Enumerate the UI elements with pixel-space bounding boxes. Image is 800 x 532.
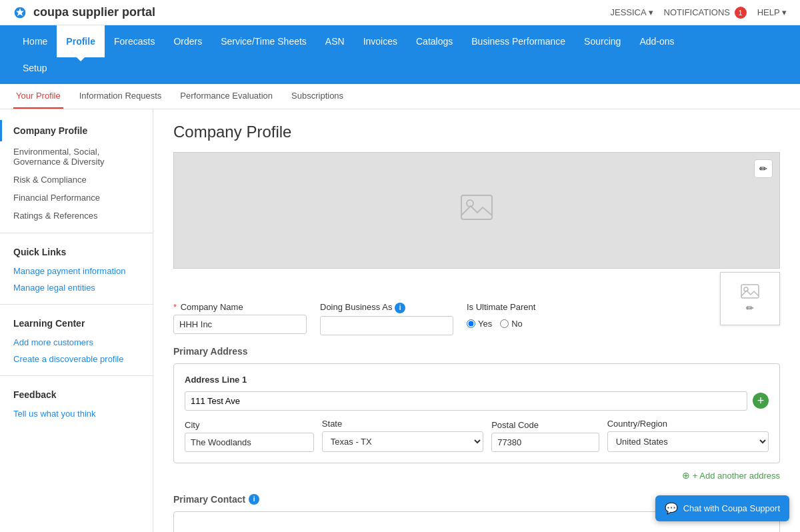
banner-container: ✏ ✏ (173, 152, 780, 269)
main-layout: Company Profile Environmental, Social, G… (0, 109, 800, 532)
banner-edit-button[interactable]: ✏ (754, 159, 773, 178)
nav-setup[interactable]: Setup (13, 57, 787, 79)
sidebar-item-company-profile[interactable]: Company Profile (2, 120, 101, 141)
nav-bar: Home Profile Forecasts Orders Service/Ti… (0, 25, 800, 57)
tab-performance-evaluation[interactable]: Performance Evaluation (177, 84, 275, 109)
company-name-input[interactable] (173, 315, 307, 334)
primary-address-section: Primary Address Address Line 1 + City St… (173, 346, 780, 481)
state-group: State Texas - TX Alabama - AL Alaska - A… (322, 419, 483, 452)
sidebar-item-financial-performance[interactable]: Financial Performance (0, 189, 153, 207)
chat-icon: 💬 (665, 502, 678, 515)
notification-badge: 1 (735, 7, 747, 19)
learning-center-title: Learning Center (0, 313, 153, 334)
user-menu[interactable]: JESSICA ▾ (610, 7, 653, 17)
nav-sourcing[interactable]: Sourcing (575, 25, 630, 57)
country-select[interactable]: United States Canada Mexico United Kingd… (607, 431, 769, 452)
sidebar-link-feedback[interactable]: Tell us what you think (0, 405, 153, 422)
top-bar: coupa supplier portal JESSICA ▾ NOTIFICA… (0, 0, 800, 25)
address-line1-title: Address Line 1 (185, 375, 769, 385)
company-logo-placeholder: ✏ (720, 272, 780, 325)
sidebar-divider-3 (0, 375, 153, 376)
sidebar-link-add-customers[interactable]: Add more customers (0, 334, 153, 351)
sidebar-link-manage-legal[interactable]: Manage legal entities (0, 279, 153, 296)
company-info-row: * Company Name Doing Business As i Is Ul… (173, 302, 780, 335)
doing-business-info-icon[interactable]: i (395, 303, 405, 313)
sidebar-divider-1 (0, 233, 153, 233)
coupa-logo-icon (13, 6, 27, 19)
feedback-title: Feedback (0, 384, 153, 405)
user-chevron-icon: ▾ (649, 7, 653, 17)
page-title: Company Profile (173, 123, 780, 141)
add-address-row: ⊕ + Add another address (173, 470, 780, 481)
ultimate-parent-radio-group: Yes No (467, 319, 535, 329)
company-name-label: * Company Name (173, 302, 307, 312)
ultimate-parent-label: Is Ultimate Parent (467, 302, 535, 312)
primary-address-title: Primary Address (173, 346, 780, 357)
nav-add-ons[interactable]: Add-ons (630, 25, 683, 57)
logo-area: coupa supplier portal (13, 5, 155, 19)
quick-links-title: Quick Links (0, 241, 153, 263)
state-select[interactable]: Texas - TX Alabama - AL Alaska - AK Cali… (322, 431, 483, 452)
sidebar-item-risk-compliance[interactable]: Risk & Compliance (0, 171, 153, 189)
logo-placeholder-icon (741, 284, 759, 303)
svg-rect-4 (741, 285, 759, 298)
nav-catalogs[interactable]: Catalogs (407, 25, 462, 57)
pencil-icon: ✏ (759, 163, 767, 174)
ultimate-parent-yes-label: Yes (467, 319, 492, 329)
tab-information-requests[interactable]: Information Requests (77, 84, 165, 109)
nav-asn[interactable]: ASN (316, 25, 354, 57)
address-line1-input[interactable] (185, 391, 747, 411)
main-content: Company Profile ✏ (153, 109, 800, 532)
help-chevron-icon: ▾ (782, 7, 787, 17)
nav-service-time-sheets[interactable]: Service/Time Sheets (211, 25, 316, 57)
add-another-address-link[interactable]: ⊕ + Add another address (682, 471, 780, 481)
primary-contact-info-icon[interactable]: i (249, 494, 259, 505)
notifications-link[interactable]: NOTIFICATIONS 1 (664, 7, 747, 19)
ultimate-parent-group: Is Ultimate Parent Yes No (467, 302, 535, 329)
nav-profile[interactable]: Profile (57, 25, 105, 57)
sidebar-link-discoverable-profile[interactable]: Create a discoverable profile (0, 351, 153, 367)
doing-business-as-label: Doing Business As i (320, 302, 453, 313)
logo-edit-button[interactable]: ✏ (746, 303, 754, 313)
nav-business-performance[interactable]: Business Performance (462, 25, 575, 57)
profile-tabs: Your Profile Information Requests Perfor… (0, 84, 800, 109)
ultimate-parent-yes-radio[interactable] (467, 319, 475, 328)
city-group: City (185, 420, 314, 452)
tab-your-profile[interactable]: Your Profile (13, 84, 63, 109)
nav-home[interactable]: Home (13, 25, 57, 57)
company-name-group: * Company Name (173, 302, 307, 334)
postal-code-label: Postal Code (491, 420, 599, 430)
help-menu[interactable]: HELP ▾ (757, 7, 787, 17)
nav-orders[interactable]: Orders (164, 25, 211, 57)
postal-code-input[interactable] (491, 433, 599, 452)
add-address-line-button[interactable]: + (753, 393, 769, 409)
svg-point-3 (467, 200, 473, 207)
sidebar-item-ratings-references[interactable]: Ratings & References (0, 207, 153, 225)
required-star: * (173, 302, 177, 312)
chat-widget[interactable]: 💬 Chat with Coupa Support (655, 495, 789, 521)
country-label: Country/Region (607, 419, 769, 429)
plus-circle-icon: ⊕ (682, 470, 690, 481)
address-box: Address Line 1 + City State Texas - TX A… (173, 363, 780, 463)
sidebar-link-manage-payment[interactable]: Manage payment information (0, 263, 153, 279)
top-right-nav: JESSICA ▾ NOTIFICATIONS 1 HELP ▾ (610, 7, 787, 19)
doing-business-as-input[interactable] (320, 316, 453, 335)
sidebar-active-item: Company Profile (0, 120, 153, 141)
postal-code-group: Postal Code (491, 420, 599, 452)
nav-invoices[interactable]: Invoices (354, 25, 407, 57)
ultimate-parent-no-label: No (500, 319, 523, 329)
sidebar: Company Profile Environmental, Social, G… (0, 109, 153, 532)
logo-pencil-icon: ✏ (746, 303, 754, 313)
logo-text: coupa supplier portal (33, 5, 155, 19)
tab-subscriptions[interactable]: Subscriptions (289, 84, 346, 109)
state-label: State (322, 419, 483, 429)
sidebar-item-environmental[interactable]: Environmental, Social, Governance & Dive… (0, 143, 153, 171)
city-label: City (185, 420, 314, 430)
ultimate-parent-no-radio[interactable] (500, 319, 509, 328)
country-group: Country/Region United States Canada Mexi… (607, 419, 769, 452)
banner-placeholder-icon (460, 194, 493, 227)
nav-forecasts[interactable]: Forecasts (105, 25, 164, 57)
city-input[interactable] (185, 433, 314, 452)
sidebar-divider-2 (0, 304, 153, 305)
svg-rect-2 (461, 195, 492, 219)
